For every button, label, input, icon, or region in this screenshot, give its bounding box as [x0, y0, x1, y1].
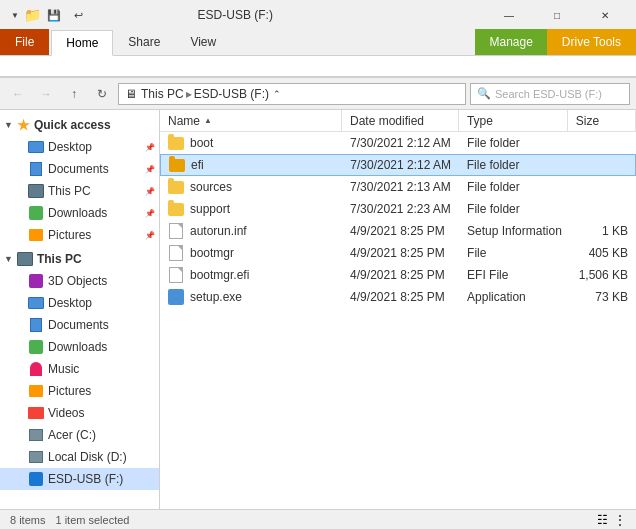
pin-icon-pics: 📌 [145, 231, 155, 240]
docs-icon-pc [28, 317, 44, 333]
table-row[interactable]: bootmgr 4/9/2021 8:25 PM File 405 KB [160, 242, 636, 264]
view-details-btn[interactable]: ☷ [597, 513, 608, 527]
nav-usb-label: ESD-USB (F:) [48, 472, 123, 486]
pin-icon-thispc: 📌 [145, 187, 155, 196]
nav-videos-label: Videos [48, 406, 84, 420]
table-row[interactable]: support 7/30/2021 2:23 AM File folder [160, 198, 636, 220]
nav-desktop-qa[interactable]: Desktop 📌 [0, 136, 159, 158]
address-icon: 🖥 [125, 87, 137, 101]
nav-music-label: Music [48, 362, 79, 376]
col-header-size[interactable]: Size [568, 110, 636, 132]
vid-icon [28, 405, 44, 421]
nav-up[interactable]: ↑ [62, 82, 86, 106]
nav-dl-pc-label: Downloads [48, 340, 107, 354]
file-name: efi [191, 158, 204, 172]
nav-pics-qa[interactable]: Pictures 📌 [0, 224, 159, 246]
file-name: support [190, 202, 230, 216]
this-pc-label: This PC [37, 252, 82, 266]
col-name-label: Name [168, 114, 200, 128]
tab-file[interactable]: File [0, 29, 49, 55]
file-size-cell: 1 KB [568, 220, 636, 242]
col-size-label: Size [576, 114, 599, 128]
table-row[interactable]: boot 7/30/2021 2:12 AM File folder [160, 132, 636, 154]
tab-home[interactable]: Home [51, 30, 113, 56]
file-list-header: Name ▲ Date modified Type Size [160, 110, 636, 132]
table-row[interactable]: autorun.inf 4/9/2021 8:25 PM Setup Infor… [160, 220, 636, 242]
nav-drive-d-label: Local Disk (D:) [48, 450, 127, 464]
drive-c-icon [28, 427, 44, 443]
nav-dl-qa[interactable]: Downloads 📌 [0, 202, 159, 224]
nav-desktop-pc-label: Desktop [48, 296, 92, 310]
file-rows: boot 7/30/2021 2:12 AM File folder efi 7… [160, 132, 636, 308]
nav-docs-pc[interactable]: Documents [0, 314, 159, 336]
nav-3d[interactable]: 3D Objects [0, 270, 159, 292]
file-size-cell [568, 198, 636, 220]
col-header-name[interactable]: Name ▲ [160, 110, 342, 132]
nav-desktop-qa-label: Desktop [48, 140, 92, 154]
quick-access-toolbar: ▼ 📁 💾 ↩ [8, 4, 89, 26]
file-name: bootmgr.efi [190, 268, 249, 282]
file-type-cell: Application [459, 286, 568, 308]
col-type-label: Type [467, 114, 493, 128]
nav-drive-c[interactable]: Acer (C:) [0, 424, 159, 446]
qat-save[interactable]: 💾 [43, 4, 65, 26]
usb-icon [28, 471, 44, 487]
nav-forward[interactable]: → [34, 82, 58, 106]
star-icon: ★ [17, 117, 30, 133]
nav-thispc-qa[interactable]: This PC 📌 [0, 180, 159, 202]
file-type-cell: File folder [459, 154, 567, 176]
file-type-cell: Setup Information [459, 220, 568, 242]
nav-thispc-qa-label: This PC [48, 184, 91, 198]
nav-refresh[interactable]: ↻ [90, 82, 114, 106]
nav-drive-d[interactable]: Local Disk (D:) [0, 446, 159, 468]
qat-undo[interactable]: ↩ [67, 4, 89, 26]
search-placeholder: Search ESD-USB (F:) [495, 88, 602, 100]
col-header-date[interactable]: Date modified [342, 110, 459, 132]
minimize-button[interactable]: — [486, 0, 532, 30]
view-tiles-btn[interactable]: ⋮ [614, 513, 626, 527]
title-folder-icon: 📁 [24, 7, 41, 23]
nav-pics-pc[interactable]: Pictures [0, 380, 159, 402]
table-row[interactable]: efi 7/30/2021 2:12 AM File folder [160, 154, 636, 176]
file-icon [168, 179, 184, 195]
nav-usb[interactable]: ESD-USB (F:) [0, 468, 159, 490]
quick-access-header[interactable]: ▼ ★ Quick access [0, 114, 159, 136]
sort-arrow: ▲ [204, 116, 212, 125]
col-header-type[interactable]: Type [459, 110, 568, 132]
file-date-cell: 4/9/2021 8:25 PM [342, 242, 459, 264]
nav-videos[interactable]: Videos [0, 402, 159, 424]
this-pc-section: ▼ This PC 3D Objects Desktop Documents D… [0, 248, 159, 490]
table-row[interactable]: sources 7/30/2021 2:13 AM File folder [160, 176, 636, 198]
file-icon [168, 223, 184, 239]
address-box[interactable]: 🖥 This PC ▸ ESD-USB (F:) ⌃ [118, 83, 466, 105]
tab-manage[interactable]: Manage [475, 29, 546, 55]
address-path: ESD-USB (F:) [194, 87, 269, 101]
quick-access-label: Quick access [34, 118, 111, 132]
nav-docs-qa[interactable]: Documents 📌 [0, 158, 159, 180]
table-row[interactable]: bootmgr.efi 4/9/2021 8:25 PM EFI File 1,… [160, 264, 636, 286]
desktop-icon [28, 139, 44, 155]
search-box[interactable]: 🔍 Search ESD-USB (F:) [470, 83, 630, 105]
qat-dropdown[interactable]: ▼ [8, 4, 22, 26]
ribbon-content [0, 56, 636, 78]
nav-desktop-pc[interactable]: Desktop [0, 292, 159, 314]
nav-back[interactable]: ← [6, 82, 30, 106]
file-name: boot [190, 136, 213, 150]
pics-icon-pc [28, 383, 44, 399]
file-date-cell: 7/30/2021 2:12 AM [342, 154, 458, 176]
file-date-cell: 4/9/2021 8:25 PM [342, 264, 459, 286]
close-button[interactable]: ✕ [582, 0, 628, 30]
tab-share[interactable]: Share [113, 29, 175, 55]
tab-view[interactable]: View [175, 29, 231, 55]
nav-dl-pc[interactable]: Downloads [0, 336, 159, 358]
this-pc-header[interactable]: ▼ This PC [0, 248, 159, 270]
nav-dl-qa-label: Downloads [48, 206, 107, 220]
table-row[interactable]: setup.exe 4/9/2021 8:25 PM Application 7… [160, 286, 636, 308]
tab-drive-tools[interactable]: Drive Tools [547, 29, 636, 55]
pin-icon-dl: 📌 [145, 209, 155, 218]
nav-music[interactable]: Music [0, 358, 159, 380]
nav-docs-pc-label: Documents [48, 318, 109, 332]
maximize-button[interactable]: □ [534, 0, 580, 30]
drive-d-icon [28, 449, 44, 465]
3d-icon [28, 273, 44, 289]
